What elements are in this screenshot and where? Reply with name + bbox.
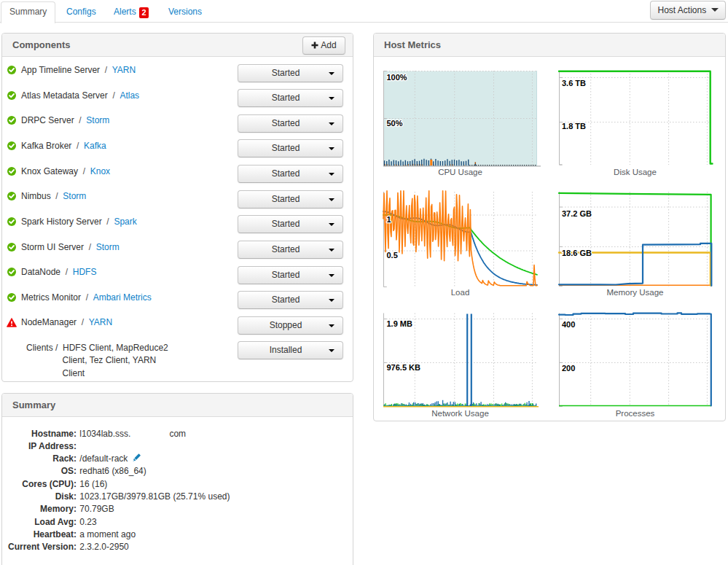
svg-text:1.9 MB: 1.9 MB — [387, 319, 413, 328]
svg-text:Processes: Processes — [616, 409, 655, 418]
svg-text:Load: Load — [451, 288, 470, 297]
svg-text:200: 200 — [562, 364, 575, 373]
svg-text:3.6 TB: 3.6 TB — [562, 79, 586, 87]
svg-text:1.8 TB: 1.8 TB — [562, 122, 586, 130]
svg-text:18.6 GB: 18.6 GB — [562, 249, 592, 257]
svg-text:100%: 100% — [387, 73, 407, 82]
svg-text:976.5 KB: 976.5 KB — [387, 363, 421, 372]
svg-text:400: 400 — [562, 320, 575, 329]
svg-text:1: 1 — [387, 215, 391, 224]
svg-text:Disk Usage: Disk Usage — [614, 168, 657, 176]
svg-text:CPU Usage: CPU Usage — [438, 168, 482, 176]
svg-text:Network Usage: Network Usage — [431, 409, 489, 418]
svg-text:0.5: 0.5 — [387, 251, 398, 260]
svg-text:37.2 GB: 37.2 GB — [562, 209, 592, 218]
svg-text:50%: 50% — [387, 119, 403, 128]
svg-text:Memory Usage: Memory Usage — [607, 288, 664, 297]
